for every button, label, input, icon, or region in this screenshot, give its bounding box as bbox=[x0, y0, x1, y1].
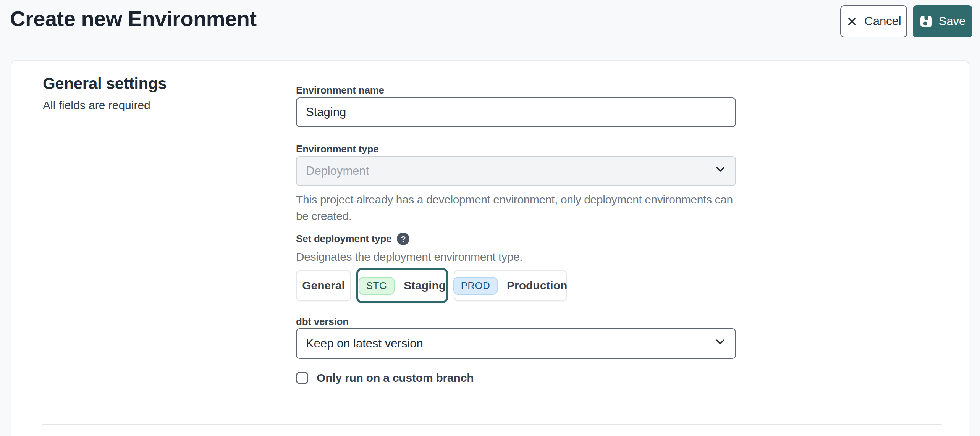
floppy-disk-icon bbox=[920, 15, 933, 28]
deployment-type-general-button[interactable]: General bbox=[296, 270, 351, 301]
custom-branch-checkbox[interactable] bbox=[296, 372, 308, 384]
custom-branch-label[interactable]: Only run on a custom branch bbox=[317, 371, 474, 384]
environment-type-select: Deployment bbox=[296, 156, 736, 186]
deployment-type-production-label: Production bbox=[507, 279, 567, 292]
chevron-down-icon bbox=[714, 336, 727, 352]
section-title: General settings bbox=[43, 74, 167, 93]
section-divider bbox=[42, 424, 942, 425]
production-badge: PROD bbox=[453, 277, 498, 295]
page-header: Create new Environment Cancel Save bbox=[0, 0, 980, 60]
cancel-button[interactable]: Cancel bbox=[840, 5, 907, 37]
page-title: Create new Environment bbox=[10, 6, 257, 31]
question-mark-circle-icon[interactable]: ? bbox=[397, 233, 409, 245]
environment-type-label: Environment type bbox=[296, 143, 378, 155]
save-button-label: Save bbox=[939, 15, 966, 28]
deployment-type-description: Designates the deployment environment ty… bbox=[296, 249, 741, 265]
environment-name-input[interactable] bbox=[296, 97, 736, 127]
deployment-type-label: Set deployment type bbox=[296, 233, 391, 245]
section-subtitle: All fields are required bbox=[43, 99, 150, 112]
deployment-type-staging-label: Staging bbox=[404, 279, 446, 292]
environment-name-label: Environment name bbox=[296, 84, 384, 96]
deployment-type-options: General STG Staging PROD Production bbox=[296, 268, 567, 303]
custom-branch-row[interactable]: Only run on a custom branch bbox=[296, 371, 474, 384]
dbt-version-value: Keep on latest version bbox=[306, 337, 423, 350]
dbt-version-select[interactable]: Keep on latest version bbox=[296, 328, 736, 359]
staging-badge: STG bbox=[359, 277, 395, 295]
cancel-button-label: Cancel bbox=[864, 15, 901, 28]
deployment-type-production-button[interactable]: PROD Production bbox=[454, 270, 567, 301]
deployment-type-general-label: General bbox=[302, 279, 345, 292]
dbt-version-label: dbt version bbox=[296, 316, 349, 328]
environment-type-helper: This project already has a development e… bbox=[296, 191, 741, 224]
settings-card: General settings All fields are required… bbox=[11, 60, 969, 436]
x-icon bbox=[846, 15, 858, 27]
deployment-type-staging-button[interactable]: STG Staging bbox=[356, 268, 448, 303]
save-button[interactable]: Save bbox=[913, 5, 972, 37]
chevron-down-icon bbox=[714, 163, 727, 179]
environment-type-value: Deployment bbox=[306, 164, 369, 178]
deployment-type-label-row: Set deployment type ? bbox=[296, 233, 409, 245]
